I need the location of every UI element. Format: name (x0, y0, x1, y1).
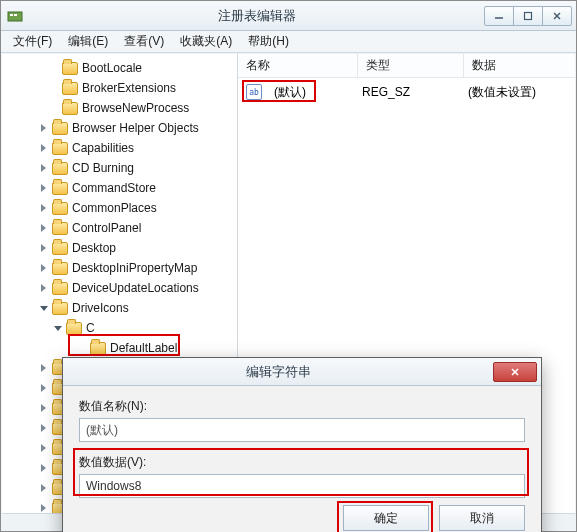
expand-icon[interactable] (38, 443, 49, 454)
tree-node[interactable]: BootLocale (2, 58, 237, 78)
folder-icon (62, 102, 78, 115)
tree-node-label: BrokerExtensions (82, 81, 176, 95)
expand-icon[interactable] (38, 263, 49, 274)
tree-node[interactable]: CD Burning (2, 158, 237, 178)
expand-icon[interactable] (38, 403, 49, 414)
folder-icon (62, 82, 78, 95)
ok-button[interactable]: 确定 (343, 505, 429, 531)
expand-icon[interactable] (38, 143, 49, 154)
tree-node-label: DeviceUpdateLocations (72, 281, 199, 295)
app-icon (7, 8, 23, 24)
svg-rect-4 (525, 12, 532, 19)
expand-icon[interactable] (38, 423, 49, 434)
string-value-icon: ab (246, 84, 262, 100)
value-name: (默认) (266, 84, 354, 101)
tree-node[interactable]: CommonPlaces (2, 198, 237, 218)
expand-icon[interactable] (38, 283, 49, 294)
folder-icon (52, 142, 68, 155)
folder-icon (62, 62, 78, 75)
expand-icon[interactable] (38, 183, 49, 194)
tree-node-label: BrowseNewProcess (82, 101, 189, 115)
expand-icon[interactable] (38, 243, 49, 254)
folder-icon (52, 162, 68, 175)
dialog-close-button[interactable] (493, 362, 537, 382)
list-header: 名称 类型 数据 (238, 54, 575, 78)
tree-node-label: DesktopIniPropertyMap (72, 261, 197, 275)
folder-icon (52, 302, 68, 315)
tree-node-label: Browser Helper Objects (72, 121, 199, 135)
svg-rect-2 (14, 14, 17, 16)
tree-node-label: CommonPlaces (72, 201, 157, 215)
no-expander (76, 343, 87, 354)
tree-node-label: DriveIcons (72, 301, 129, 315)
expand-icon[interactable] (38, 483, 49, 494)
tree-node-label: C (86, 321, 95, 335)
tree-node-label: CD Burning (72, 161, 134, 175)
menu-favorites[interactable]: 收藏夹(A) (172, 31, 240, 52)
collapse-icon[interactable] (52, 323, 63, 334)
folder-icon (52, 122, 68, 135)
value-name-label: 数值名称(N): (79, 398, 525, 415)
folder-icon (90, 342, 106, 355)
value-row-default[interactable]: ab (默认) REG_SZ (数值未设置) (238, 82, 575, 102)
dialog-titlebar[interactable]: 编辑字符串 (63, 358, 541, 386)
tree-node[interactable]: BrowseNewProcess (2, 98, 237, 118)
svg-rect-1 (10, 14, 13, 16)
expand-icon[interactable] (38, 503, 49, 514)
expand-icon[interactable] (38, 123, 49, 134)
dialog-body: 数值名称(N): 数值数据(V): 确定 取消 (63, 386, 541, 532)
no-expander (48, 63, 59, 74)
expand-icon[interactable] (38, 363, 49, 374)
value-name-input[interactable] (79, 418, 525, 442)
edit-string-dialog: 编辑字符串 数值名称(N): 数值数据(V): 确定 取消 (62, 357, 542, 532)
tree-node[interactable]: CommandStore (2, 178, 237, 198)
menu-edit[interactable]: 编辑(E) (60, 31, 116, 52)
folder-icon (52, 222, 68, 235)
svg-rect-0 (8, 12, 22, 21)
col-type[interactable]: 类型 (358, 54, 464, 77)
tree-node[interactable]: BrokerExtensions (2, 78, 237, 98)
folder-icon (52, 282, 68, 295)
col-name[interactable]: 名称 (238, 54, 358, 77)
value-data: (数值未设置) (460, 84, 544, 101)
minimize-button[interactable] (484, 6, 514, 26)
expand-icon[interactable] (38, 163, 49, 174)
window-title: 注册表编辑器 (29, 7, 485, 25)
no-expander (48, 103, 59, 114)
expand-icon[interactable] (38, 223, 49, 234)
tree-node[interactable]: DriveIcons (2, 298, 237, 318)
dialog-buttons: 确定 取消 (343, 505, 525, 531)
tree-node-label: ControlPanel (72, 221, 141, 235)
expand-icon[interactable] (38, 383, 49, 394)
tree-node[interactable]: C (2, 318, 237, 338)
folder-icon (52, 242, 68, 255)
titlebar[interactable]: 注册表编辑器 (1, 1, 576, 31)
dialog-title: 编辑字符串 (63, 363, 493, 381)
tree-node[interactable]: Capabilities (2, 138, 237, 158)
menu-view[interactable]: 查看(V) (116, 31, 172, 52)
expand-icon[interactable] (38, 203, 49, 214)
folder-icon (52, 262, 68, 275)
tree-node-label: Capabilities (72, 141, 134, 155)
tree-node[interactable]: ControlPanel (2, 218, 237, 238)
collapse-icon[interactable] (38, 303, 49, 314)
tree-node-label: BootLocale (82, 61, 142, 75)
tree-node[interactable]: DeviceUpdateLocations (2, 278, 237, 298)
value-data-input[interactable] (79, 474, 525, 498)
folder-icon (66, 322, 82, 335)
menu-help[interactable]: 帮助(H) (240, 31, 297, 52)
tree-node[interactable]: DefaultLabel (2, 338, 237, 358)
tree-node[interactable]: Desktop (2, 238, 237, 258)
no-expander (48, 83, 59, 94)
cancel-button[interactable]: 取消 (439, 505, 525, 531)
maximize-button[interactable] (513, 6, 543, 26)
tree-node-label: DefaultLabel (110, 341, 177, 355)
expand-icon[interactable] (38, 463, 49, 474)
folder-icon (52, 182, 68, 195)
tree-node[interactable]: DesktopIniPropertyMap (2, 258, 237, 278)
tree-node[interactable]: Browser Helper Objects (2, 118, 237, 138)
col-data[interactable]: 数据 (464, 54, 575, 77)
menubar: 文件(F) 编辑(E) 查看(V) 收藏夹(A) 帮助(H) (1, 31, 576, 53)
close-button[interactable] (542, 6, 572, 26)
menu-file[interactable]: 文件(F) (5, 31, 60, 52)
